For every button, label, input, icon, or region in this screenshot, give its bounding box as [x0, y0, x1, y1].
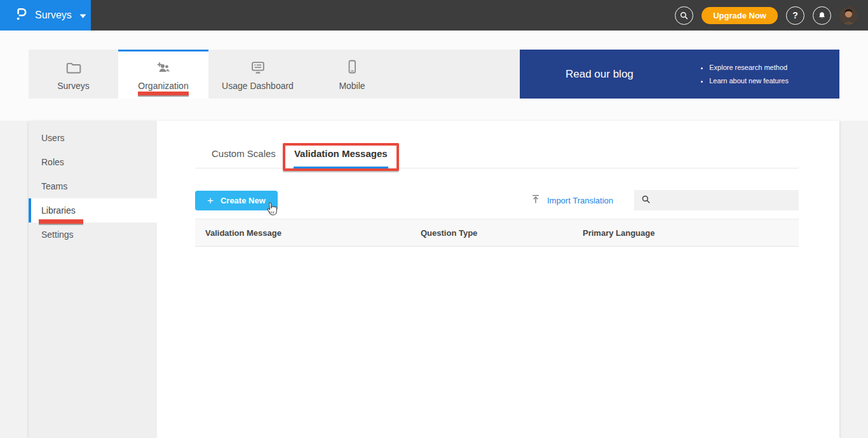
import-translation-link[interactable]: Import Translation: [531, 194, 613, 207]
user-avatar[interactable]: [839, 6, 858, 25]
organization-panel: Users Roles Teams Libraries Settings Cus…: [29, 121, 839, 438]
topbar: Surveys Upgrade Now ?: [0, 0, 868, 31]
libraries-content: Custom Scales Validation Messages + Crea…: [157, 121, 839, 438]
promo-bullet: Learn about new features: [709, 74, 789, 88]
content-toolbar: + Create New Import Translation: [195, 190, 799, 210]
blog-promo-banner[interactable]: Read our blog Explore research method Le…: [520, 50, 839, 99]
sidebar-item-libraries[interactable]: Libraries: [29, 198, 157, 222]
product-switcher[interactable]: Surveys: [0, 0, 91, 31]
nav-tab-label: Usage Dashboard: [222, 81, 294, 91]
tab-label: Validation Messages: [294, 148, 388, 159]
table-header-row: Validation Message Question Type Primary…: [195, 219, 799, 247]
search-icon: [641, 195, 651, 207]
promo-bullet: Explore research method: [709, 61, 789, 74]
sidebar-item-settings[interactable]: Settings: [29, 222, 157, 247]
tab-validation-messages[interactable]: Validation Messages: [294, 148, 388, 168]
column-validation-message: Validation Message: [205, 228, 421, 238]
table-search[interactable]: [634, 190, 799, 210]
product-label: Surveys: [35, 10, 72, 21]
bell-icon[interactable]: [813, 6, 831, 25]
smartphone-icon: [346, 60, 358, 75]
annotation-underline-organization: [138, 92, 189, 95]
questionpro-logo-icon: [15, 6, 28, 25]
upload-icon: [531, 194, 541, 207]
app-root: Surveys Upgrade Now ?: [0, 0, 868, 438]
nav-tab-usage-dashboard[interactable]: Usage Dashboard: [208, 50, 307, 99]
tab-custom-scales[interactable]: Custom Scales: [211, 148, 276, 168]
nav-tab-label: Surveys: [57, 81, 90, 91]
search-input[interactable]: [656, 190, 799, 210]
dashboard-icon: [250, 60, 266, 75]
create-new-label: Create New: [220, 196, 266, 205]
create-new-button[interactable]: + Create New: [195, 191, 278, 210]
promo-title: Read our blog: [566, 68, 634, 81]
help-button[interactable]: ?: [786, 6, 804, 25]
toolbar-right: Import Translation: [531, 190, 799, 210]
nav-tab-surveys[interactable]: Surveys: [29, 50, 118, 99]
import-translation-label: Import Translation: [547, 196, 613, 205]
nav-tab-mobile[interactable]: Mobile: [307, 50, 397, 99]
main-nav: Surveys Organization: [29, 50, 839, 99]
chevron-down-icon: [79, 10, 86, 21]
org-sidebar: Users Roles Teams Libraries Settings: [29, 121, 157, 438]
promo-bullet-list: Explore research method Learn about new …: [700, 61, 789, 88]
sidebar-item-users[interactable]: Users: [29, 126, 157, 150]
library-tabs: Custom Scales Validation Messages: [195, 148, 799, 168]
sidebar-item-label: Libraries: [41, 205, 76, 216]
column-question-type: Question Type: [421, 228, 583, 238]
column-primary-language: Primary Language: [583, 228, 799, 238]
plus-icon: +: [207, 195, 214, 206]
folder-icon: [65, 60, 82, 75]
sidebar-item-roles[interactable]: Roles: [29, 150, 157, 174]
nav-tab-organization[interactable]: Organization: [118, 50, 208, 99]
nav-tab-label: Organization: [138, 81, 188, 91]
sidebar-item-teams[interactable]: Teams: [29, 174, 157, 198]
nav-tab-label: Mobile: [339, 81, 365, 91]
topbar-actions: Upgrade Now ?: [675, 6, 868, 25]
people-add-icon: [154, 60, 172, 75]
upgrade-now-button[interactable]: Upgrade Now: [702, 7, 778, 24]
search-icon[interactable]: [675, 6, 693, 25]
